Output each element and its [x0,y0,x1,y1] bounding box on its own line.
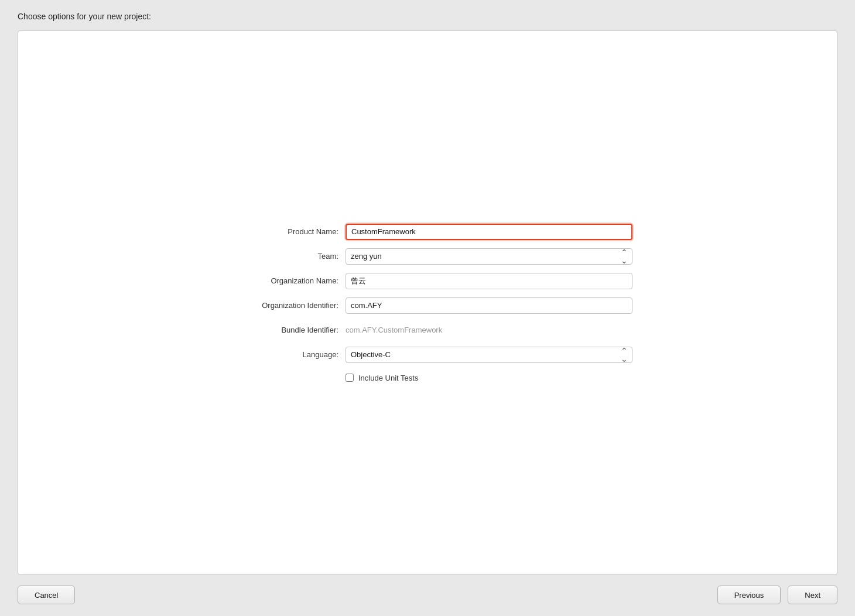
bundle-id-label: Bundle Identifier: [223,326,346,334]
org-id-input[interactable] [346,297,632,314]
org-name-label: Organization Name: [223,276,346,285]
team-select[interactable]: zeng yun [346,248,632,265]
org-id-label: Organization Identifier: [223,301,346,310]
previous-button[interactable]: Previous [717,586,781,604]
language-label: Language: [223,350,346,359]
bundle-id-value: com.AFY.CustomFramework [346,322,632,338]
org-name-row: Organization Name: [223,273,632,289]
cancel-button[interactable]: Cancel [18,586,75,604]
language-row: Language: Objective-C Swift ⌃⌄ [223,347,632,363]
product-name-row: Product Name: [223,224,632,240]
product-name-input[interactable] [346,224,632,240]
unit-tests-row: Include Unit Tests [346,374,632,382]
main-panel: Product Name: Team: zeng yun ⌃⌄ Organiza… [18,30,837,575]
language-select[interactable]: Objective-C Swift [346,347,632,363]
form-area: Product Name: Team: zeng yun ⌃⌄ Organiza… [223,224,632,382]
org-id-row: Organization Identifier: [223,297,632,314]
unit-tests-checkbox[interactable] [346,374,354,382]
unit-tests-label: Include Unit Tests [358,374,418,382]
bundle-id-row: Bundle Identifier: com.AFY.CustomFramewo… [223,322,632,338]
bottom-bar: Cancel Previous Next [18,575,837,604]
team-select-wrapper: zeng yun ⌃⌄ [346,248,632,265]
next-button[interactable]: Next [788,586,837,604]
team-label: Team: [223,252,346,261]
product-name-label: Product Name: [223,227,346,236]
language-select-wrapper: Objective-C Swift ⌃⌄ [346,347,632,363]
org-name-input[interactable] [346,273,632,289]
team-row: Team: zeng yun ⌃⌄ [223,248,632,265]
page-title: Choose options for your new project: [18,12,837,21]
nav-button-group: Previous Next [717,586,837,604]
